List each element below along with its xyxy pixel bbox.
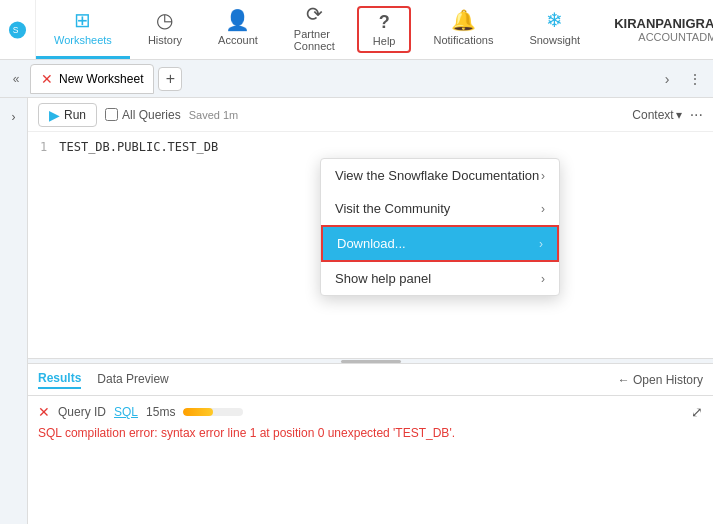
dropdown-item-community-label: Visit the Community: [335, 201, 450, 216]
main-area: › ▶ Run All Queries Saved 1m Context ▾ ·…: [0, 98, 713, 524]
nav-item-snowsight[interactable]: ❄ Snowsight: [511, 0, 598, 59]
chevron-right-icon-2: ›: [539, 237, 543, 251]
nav-label-history: History: [148, 34, 182, 46]
nav-item-partner-connect[interactable]: ⟳ Partner Connect: [276, 0, 353, 59]
results-area: Results Data Preview ← Open History ✕ Qu…: [28, 364, 713, 524]
nav-item-help[interactable]: ? Help: [357, 6, 412, 53]
nav-label-help: Help: [373, 35, 396, 47]
dropdown-item-documentation[interactable]: View the Snowflake Documentation ›: [321, 159, 559, 192]
tab-close-icon[interactable]: ✕: [41, 72, 53, 86]
snowsight-icon: ❄: [546, 10, 563, 30]
line-number-1: 1: [40, 140, 47, 154]
open-history-button[interactable]: ← Open History: [618, 373, 703, 387]
context-label: Context: [632, 108, 673, 122]
help-icon: ?: [379, 13, 390, 31]
results-content: ✕ Query ID SQL 15ms ⤢ SQL compilation er…: [28, 396, 713, 524]
expand-icon[interactable]: ⤢: [691, 404, 703, 420]
all-queries-label: All Queries: [122, 108, 181, 122]
tab-bar-right-arrow[interactable]: ›: [655, 67, 679, 91]
run-label: Run: [64, 108, 86, 122]
nav-label-partner-connect: Partner Connect: [294, 28, 335, 52]
user-info: KIRANPANIGRAHI ACCOUNTADMIN: [598, 0, 713, 59]
nav-item-worksheets[interactable]: ⊞ Worksheets: [36, 0, 130, 59]
nav-label-snowsight: Snowsight: [529, 34, 580, 46]
context-button[interactable]: Context ▾: [632, 108, 681, 122]
context-chevron-icon: ▾: [676, 108, 682, 122]
play-icon: ▶: [49, 107, 60, 123]
worksheets-icon: ⊞: [74, 10, 91, 30]
progress-bar: [183, 408, 243, 416]
nav-item-notifications[interactable]: 🔔 Notifications: [415, 0, 511, 59]
progress-bar-fill: [183, 408, 213, 416]
results-tabs-bar: Results Data Preview ← Open History: [28, 364, 713, 396]
nav-label-account: Account: [218, 34, 258, 46]
worksheet-toolbar: ▶ Run All Queries Saved 1m Context ▾ ···: [28, 98, 713, 132]
all-queries-checkbox-area: All Queries: [105, 108, 181, 122]
worksheet-tab[interactable]: ✕ New Worksheet: [30, 64, 154, 94]
query-id-label: Query ID: [58, 405, 106, 419]
collapse-button[interactable]: «: [6, 69, 26, 89]
top-nav: S ⊞ Worksheets ◷ History 👤 Account ⟳ Par…: [0, 0, 713, 60]
sidebar-collapse-arrow[interactable]: ›: [8, 106, 20, 128]
more-options-button[interactable]: ···: [690, 106, 703, 124]
dropdown-item-help-panel-label: Show help panel: [335, 271, 431, 286]
account-icon: 👤: [225, 10, 250, 30]
data-preview-tab-label: Data Preview: [97, 372, 168, 386]
dropdown-item-documentation-label: View the Snowflake Documentation: [335, 168, 539, 183]
dropdown-item-download[interactable]: Download... ›: [321, 225, 559, 262]
query-time: 15ms: [146, 405, 175, 419]
error-message: SQL compilation error: syntax error line…: [38, 426, 703, 440]
results-tab-label: Results: [38, 371, 81, 385]
code-content-1: TEST_DB.PUBLIC.TEST_DB: [59, 140, 218, 154]
partner-connect-icon: ⟳: [306, 4, 323, 24]
chevron-right-icon-0: ›: [541, 169, 545, 183]
help-dropdown-menu: View the Snowflake Documentation › Visit…: [320, 158, 560, 296]
nav-label-notifications: Notifications: [433, 34, 493, 46]
open-history-label: ← Open History: [618, 373, 703, 387]
add-tab-button[interactable]: +: [158, 67, 182, 91]
user-name: KIRANPANIGRAHI: [614, 16, 713, 31]
svg-text:S: S: [13, 24, 19, 34]
dropdown-item-community[interactable]: Visit the Community ›: [321, 192, 559, 225]
dropdown-item-help-panel[interactable]: Show help panel ›: [321, 262, 559, 295]
run-button[interactable]: ▶ Run: [38, 103, 97, 127]
resizer-handle: [341, 360, 401, 363]
notifications-icon: 🔔: [451, 10, 476, 30]
results-tab-results[interactable]: Results: [38, 371, 81, 389]
sidebar: ›: [0, 98, 28, 524]
results-tab-data-preview[interactable]: Data Preview: [97, 372, 168, 388]
saved-indicator: Saved 1m: [189, 109, 239, 121]
query-error-icon: ✕: [38, 404, 50, 420]
query-row: ✕ Query ID SQL 15ms ⤢: [38, 404, 703, 420]
chevron-right-icon-1: ›: [541, 202, 545, 216]
tab-bar-overflow[interactable]: ⋮: [683, 67, 707, 91]
nav-item-account[interactable]: 👤 Account: [200, 0, 276, 59]
all-queries-checkbox[interactable]: [105, 108, 118, 121]
nav-label-worksheets: Worksheets: [54, 34, 112, 46]
chevron-right-icon-3: ›: [541, 272, 545, 286]
nav-item-history[interactable]: ◷ History: [130, 0, 200, 59]
query-sql-link[interactable]: SQL: [114, 405, 138, 419]
tab-label: New Worksheet: [59, 72, 143, 86]
history-icon: ◷: [156, 10, 173, 30]
logo: S: [0, 0, 36, 59]
dropdown-item-download-label: Download...: [337, 236, 406, 251]
code-line-1: 1 TEST_DB.PUBLIC.TEST_DB: [40, 140, 701, 154]
user-role: ACCOUNTADMIN: [638, 31, 713, 43]
tab-bar: « ✕ New Worksheet + › ⋮: [0, 60, 713, 98]
